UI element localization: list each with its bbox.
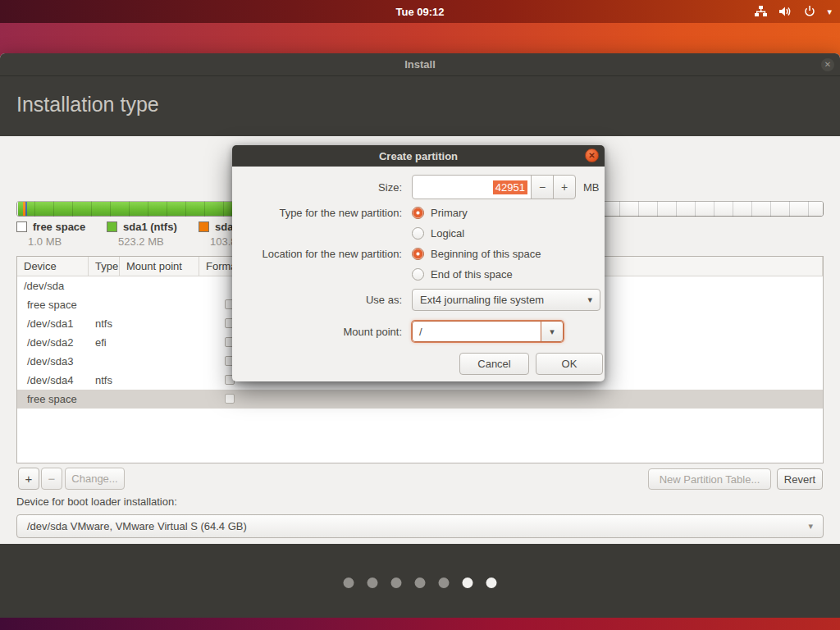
progress-dot: [415, 578, 426, 588]
chevron-down-icon: ▾: [587, 294, 592, 305]
table-row-selected[interactable]: free space: [17, 390, 823, 409]
bootloader-label: Device for boot loader installation:: [16, 495, 177, 508]
progress-dot: [463, 578, 473, 588]
revert-button[interactable]: Revert: [777, 468, 823, 490]
progress-dot: [486, 578, 497, 588]
use-as-dropdown[interactable]: Ext4 journaling file system ▾: [412, 289, 600, 311]
window-titlebar[interactable]: Install ✕: [0, 53, 840, 76]
column-header-mount-point[interactable]: Mount point: [120, 257, 199, 276]
size-value: 42951: [493, 180, 527, 194]
volume-icon[interactable]: [778, 5, 792, 18]
use-as-value: Ext4 journaling file system: [420, 294, 544, 306]
window-close-icon[interactable]: ✕: [821, 58, 834, 71]
legend-color-swatch: [199, 221, 209, 232]
progress-dot: [344, 578, 354, 588]
mount-point-label: Mount point:: [232, 326, 402, 338]
bootloader-device-value: /dev/sda VMware, VMware Virtual S (64.4 …: [27, 520, 247, 532]
mount-point-input[interactable]: /: [412, 321, 541, 342]
location-label: Location for the new partition:: [232, 248, 402, 260]
wizard-footer: [0, 544, 840, 618]
progress-dot: [368, 578, 378, 588]
progress-dot: [391, 578, 402, 588]
create-partition-dialog: Create partition ✕ Size: 42951 − + MB Ty…: [232, 145, 605, 381]
ok-button[interactable]: OK: [536, 353, 603, 375]
desktop-background-strip: [0, 618, 840, 630]
dialog-title: Create partition: [379, 150, 458, 162]
dialog-titlebar[interactable]: Create partition ✕: [232, 145, 605, 167]
column-header-device[interactable]: Device: [17, 257, 89, 276]
legend-color-swatch: [16, 221, 27, 232]
window-title: Install: [404, 58, 436, 71]
progress-dots: [344, 578, 497, 588]
size-input[interactable]: 42951: [412, 175, 532, 199]
column-header-type[interactable]: Type: [89, 257, 120, 276]
system-top-bar: Tue 09:12: [0, 0, 840, 23]
add-partition-button[interactable]: +: [18, 468, 39, 490]
size-label: Size:: [232, 181, 402, 194]
legend-item: free space 1.0 MB: [16, 221, 107, 248]
use-as-label: Use as:: [232, 294, 402, 306]
type-label: Type for the new partition:: [232, 207, 402, 219]
radio-end[interactable]: [412, 268, 424, 281]
caret-down-icon[interactable]: ▾: [827, 7, 832, 17]
cancel-button[interactable]: Cancel: [459, 353, 529, 375]
mount-point-combo: / ▾: [412, 321, 564, 342]
window-header: Install ✕ Installation type: [0, 53, 840, 136]
mount-point-value: /: [419, 326, 422, 338]
new-partition-table-button[interactable]: New Partition Table...: [648, 468, 771, 490]
desktop: Tue 09:12: [0, 0, 840, 630]
system-tray[interactable]: ▾: [754, 0, 832, 23]
size-increment-button[interactable]: +: [553, 175, 576, 199]
chevron-down-icon: ▾: [808, 521, 813, 532]
radio-beginning[interactable]: [412, 248, 424, 260]
remove-partition-button[interactable]: −: [41, 468, 62, 490]
dialog-close-icon[interactable]: ✕: [585, 148, 599, 162]
progress-dot: [439, 578, 450, 588]
mount-point-dropdown-button[interactable]: ▾: [541, 321, 564, 342]
legend-color-swatch: [107, 221, 117, 232]
chevron-down-icon: ▾: [550, 326, 555, 337]
format-checkbox[interactable]: [225, 394, 235, 404]
size-decrement-button[interactable]: −: [531, 175, 554, 199]
legend-item: sda1 (ntfs) 523.2 MB: [107, 221, 199, 248]
power-icon[interactable]: [803, 5, 816, 18]
change-button[interactable]: Change...: [65, 468, 125, 490]
radio-primary[interactable]: [412, 207, 424, 219]
size-spinner: 42951 − +: [412, 175, 576, 199]
radio-logical[interactable]: [412, 227, 424, 240]
page-title: Installation type: [16, 93, 159, 116]
clock[interactable]: Tue 09:12: [395, 6, 444, 18]
bootloader-device-dropdown[interactable]: /dev/sda VMware, VMware Virtual S (64.4 …: [16, 514, 824, 538]
size-unit-label: MB: [583, 181, 600, 194]
network-wired-icon[interactable]: [754, 5, 768, 18]
